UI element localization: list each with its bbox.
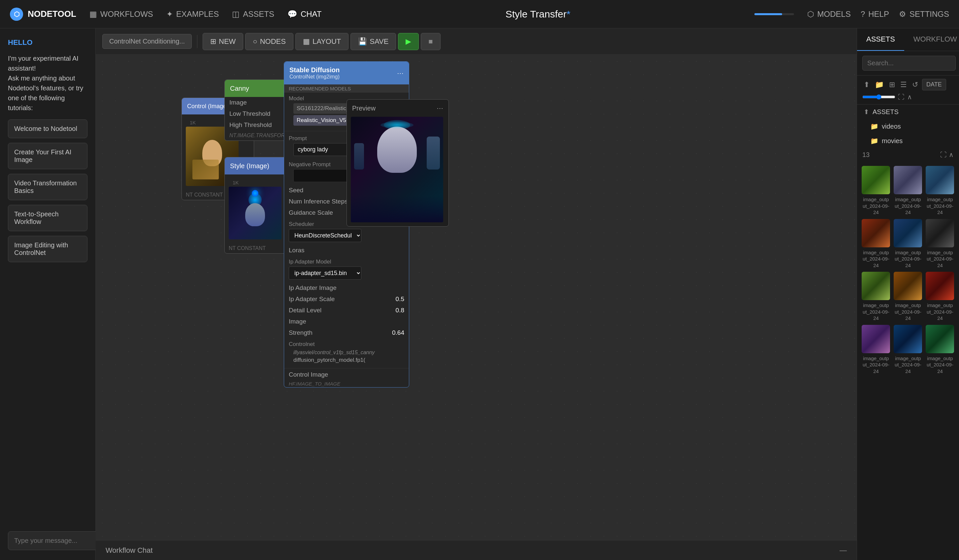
sd-ip-image-label: Ip Adapter Image xyxy=(289,284,337,291)
chat-intro: I'm your experimental AI assistant!Ask m… xyxy=(8,53,88,113)
title-area: Style Transfer* xyxy=(335,9,741,20)
thumbnail-size-slider[interactable] xyxy=(862,94,895,100)
play-button[interactable]: ▶ xyxy=(398,33,419,50)
sort-desc-icon[interactable]: ∧ xyxy=(949,151,954,159)
asset-label-9: image_outp ut_2024-09-24 xyxy=(862,355,890,375)
nav-chat-label: CHAT xyxy=(301,10,322,19)
nav-models[interactable]: ⬡ MODELS xyxy=(807,10,851,19)
asset-label-11: image_outp ut_2024-09-24 xyxy=(926,355,954,375)
sd-detail-value: 0.8 xyxy=(396,307,404,314)
right-sidebar: ASSETS WORKFLOW ✕ ⬆ 📁 ⊞ ☰ ↺ DATE ⛶ ∧ ⬆ xyxy=(857,29,959,560)
toolbar-sep-1 xyxy=(197,35,198,48)
logo-icon: ⬡ xyxy=(10,8,23,21)
asset-label-8: image_outp ut_2024-09-24 xyxy=(926,302,954,321)
chat-input[interactable] xyxy=(8,531,104,550)
assets-count-row: 13 ⛶ ∧ xyxy=(857,148,959,161)
stop-button[interactable]: ■ xyxy=(421,33,440,50)
asset-item-9[interactable]: image_outp ut_2024-09-24 xyxy=(862,325,890,375)
asset-item-3[interactable]: image_outp ut_2024-09-24 xyxy=(862,219,890,269)
asset-item-6[interactable]: image_outp ut_2024-09-24 xyxy=(862,272,890,321)
sd-loras-label: Loras xyxy=(289,247,304,254)
videos-folder[interactable]: 📁 videos xyxy=(857,119,959,134)
asset-item-8[interactable]: image_outp ut_2024-09-24 xyxy=(926,272,954,321)
asset-item-7[interactable]: image_outp ut_2024-09-24 xyxy=(894,272,922,321)
nav-settings[interactable]: ⚙ SETTINGS xyxy=(899,10,949,19)
sd-guidance-label: Guidance Scale xyxy=(289,209,333,216)
assets-count: 13 xyxy=(862,151,870,159)
upload-button[interactable]: ⬆ xyxy=(862,79,871,91)
workflow-chat-close[interactable]: — xyxy=(840,546,847,555)
examples-icon: ✦ xyxy=(166,10,173,19)
sd-ip-model-label: Ip Adapter Model xyxy=(289,259,404,265)
assets-icon: ◫ xyxy=(232,10,240,19)
title-asterisk: * xyxy=(567,9,570,19)
preview-panel: Preview ⋯ xyxy=(347,99,449,227)
tutorial-text-to-speech[interactable]: Text-to-Speech Workflow xyxy=(8,205,88,231)
sd-seed-label: Seed xyxy=(289,187,303,194)
new-icon: ⊞ xyxy=(210,37,216,46)
asset-item-2[interactable]: image_outp ut_2024-09-24 xyxy=(926,166,954,216)
tutorial-image-editing[interactable]: Image Editing with ControlNet xyxy=(8,236,88,262)
save-icon: 💾 xyxy=(358,37,367,46)
tutorial-welcome[interactable]: Welcome to Nodetool xyxy=(8,119,88,138)
chat-sidebar: HELLO I'm your experimental AI assistant… xyxy=(0,29,96,560)
canvas-area[interactable]: ControlNet Conditioning... ⊞ NEW ○ NODES… xyxy=(96,29,857,560)
asset-item-4[interactable]: image_outp ut_2024-09-24 xyxy=(894,219,922,269)
nav-examples[interactable]: ✦ EXAMPLES xyxy=(166,10,219,19)
assets-toolbar: ⬆ 📁 ⊞ ☰ ↺ DATE ⛶ ∧ xyxy=(857,76,959,105)
asset-item-0[interactable]: image_outp ut_2024-09-24 xyxy=(862,166,890,216)
asset-item-10[interactable]: image_outp ut_2024-09-24 xyxy=(894,325,922,375)
new-button[interactable]: ⊞ NEW xyxy=(202,33,243,50)
new-folder-button[interactable]: 📁 xyxy=(873,79,885,91)
preview-menu[interactable]: ⋯ xyxy=(436,104,443,112)
progress-bar xyxy=(754,13,794,15)
refresh-button[interactable]: ↺ xyxy=(911,79,919,91)
sd-image-label: Image xyxy=(289,318,306,325)
right-nav-items: ⬡ MODELS ? HELP ⚙ SETTINGS xyxy=(807,10,949,19)
asset-label-4: image_outp ut_2024-09-24 xyxy=(894,249,922,269)
tab-assets[interactable]: ASSETS xyxy=(857,29,904,51)
upload-folder-item[interactable]: ⬆ ASSETS xyxy=(857,105,959,119)
help-icon: ? xyxy=(861,10,865,19)
nav-assets[interactable]: ◫ ASSETS xyxy=(232,10,274,19)
canny-high-threshold-label: High Threshold xyxy=(229,121,272,129)
toolbar-strip: ControlNet Conditioning... ⊞ NEW ○ NODES… xyxy=(96,29,857,55)
nav-chat[interactable]: 💬 CHAT xyxy=(287,10,322,19)
sd-scheduler-select[interactable]: HeunDiscreteScheduler xyxy=(289,229,362,242)
movies-folder[interactable]: 📁 movies xyxy=(857,134,959,148)
logo[interactable]: ⬡ NODETOOL xyxy=(10,8,76,21)
nav-workflows[interactable]: ▦ WORKFLOWS xyxy=(89,10,153,19)
asset-item-11[interactable]: image_outp ut_2024-09-24 xyxy=(926,325,954,375)
sort-icon[interactable]: ⛶ xyxy=(940,151,947,159)
tutorial-video-transformation[interactable]: Video Transformation Basics xyxy=(8,174,88,200)
workflow-chat-bar: Workflow Chat — xyxy=(96,540,857,560)
preview-title: Preview xyxy=(352,105,376,112)
asset-item-1[interactable]: image_outp ut_2024-09-24 xyxy=(894,166,922,216)
sd-detail-label: Detail Level xyxy=(289,307,322,314)
save-button[interactable]: 💾 SAVE xyxy=(350,33,396,50)
sd-ip-model-select[interactable]: ip-adapter_sd15.bin xyxy=(289,266,362,280)
date-filter-button[interactable]: DATE xyxy=(922,79,946,91)
sd-ip-scale-value: 0.5 xyxy=(396,296,404,303)
list-view-button[interactable]: ☰ xyxy=(899,79,908,91)
stop-icon: ■ xyxy=(429,37,433,46)
asset-item-5[interactable]: image_outp ut_2024-09-24 xyxy=(926,219,954,269)
tutorial-first-ai-image[interactable]: Create Your First AI Image xyxy=(8,143,88,169)
layout-button[interactable]: ▦ LAYOUT xyxy=(295,33,349,50)
controlnet-tab[interactable]: ControlNet Conditioning... xyxy=(102,34,192,49)
nav-help[interactable]: ? HELP xyxy=(861,10,889,19)
nav-examples-label: EXAMPLES xyxy=(176,10,219,19)
sd-menu[interactable]: ⋯ xyxy=(397,69,404,77)
asset-label-10: image_outp ut_2024-09-24 xyxy=(894,355,922,375)
expand-icon[interactable]: ⛶ xyxy=(898,93,905,101)
folder-icon: 📁 xyxy=(870,123,878,130)
tab-workflow[interactable]: WORKFLOW xyxy=(904,29,959,51)
nav-assets-label: ASSETS xyxy=(243,10,274,19)
grid-view-button[interactable]: ⊞ xyxy=(888,79,896,91)
nodes-button[interactable]: ○ NODES xyxy=(245,33,293,50)
nav-items: ▦ WORKFLOWS ✦ EXAMPLES ◫ ASSETS 💬 CHAT xyxy=(89,10,322,19)
canny-low-threshold-label: Low Threshold xyxy=(229,110,270,118)
collapse-icon[interactable]: ∧ xyxy=(907,93,912,101)
nodes-icon: ○ xyxy=(253,37,257,46)
assets-search-input[interactable] xyxy=(862,56,956,71)
